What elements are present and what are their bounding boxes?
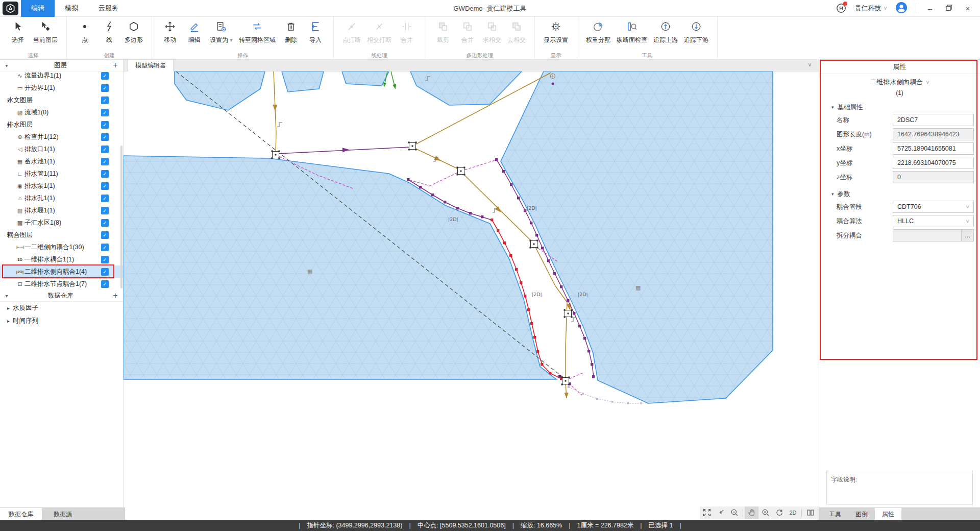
- add-layer-button[interactable]: +: [108, 61, 123, 70]
- layer-visibility-checkbox[interactable]: ✓: [101, 280, 109, 288]
- trace-downstream-button[interactable]: 追踪下游: [681, 19, 711, 44]
- x-coordinate-input[interactable]: [893, 142, 974, 155]
- select-button[interactable]: 选择: [6, 19, 30, 44]
- layer-item[interactable]: 1D一维排水耦合1(1)✓: [0, 253, 123, 266]
- layer-item[interactable]: ◉排水泵1(1)✓: [0, 180, 123, 192]
- account-menu[interactable]: 贵仁科技˅: [855, 4, 887, 13]
- delete-button[interactable]: 删除: [279, 19, 303, 44]
- y-coordinate-input[interactable]: [893, 157, 974, 169]
- split-view-icon[interactable]: [803, 506, 817, 519]
- feature-type-select[interactable]: 二维排水侧向耦合˅: [819, 76, 980, 88]
- layer-item[interactable]: ▧流域1(0)✓: [0, 106, 123, 118]
- menu-tab-cloud[interactable]: 云服务: [88, 0, 129, 17]
- chevron-down-icon[interactable]: ˅: [808, 62, 812, 69]
- layer-item[interactable]: ∟排水管1(11)✓: [0, 167, 123, 180]
- tab-data-source[interactable]: 数据源: [42, 508, 84, 520]
- layer-item[interactable]: ▭开边界1(1)✓: [0, 82, 123, 94]
- point-button[interactable]: 点: [73, 19, 96, 44]
- collapse-icon[interactable]: ▾: [0, 63, 13, 68]
- layer-visibility-checkbox[interactable]: ✓: [101, 244, 109, 251]
- expand-arrow-icon[interactable]: ▾: [0, 232, 7, 238]
- layer-item[interactable]: ▩子汇水区1(8)✓: [0, 216, 123, 229]
- pan-hand-icon[interactable]: [745, 506, 758, 519]
- section-parameters[interactable]: ▾ 参数: [819, 188, 980, 200]
- fit-extent-icon[interactable]: [700, 506, 714, 519]
- layer-group[interactable]: ▾水文图层✓: [0, 94, 123, 106]
- close-button[interactable]: ×: [963, 4, 973, 13]
- map-canvas[interactable]: |2D| |2D| |2D| |2D| ▦ ▦: [124, 71, 819, 519]
- zoom-in-icon[interactable]: [758, 506, 772, 519]
- layer-visibility-checkbox[interactable]: ✓: [101, 133, 109, 141]
- move-button[interactable]: 移动: [158, 19, 182, 44]
- layer-visibility-checkbox[interactable]: ✓: [101, 256, 109, 263]
- layer-visibility-checkbox[interactable]: ✓: [101, 84, 109, 92]
- layer-visibility-checkbox[interactable]: ✓: [101, 268, 109, 276]
- layer-item[interactable]: ▦蓄水池1(1)✓: [0, 155, 123, 167]
- tab-properties[interactable]: 属性: [875, 508, 901, 520]
- menu-tab-edit[interactable]: 编辑: [21, 0, 55, 17]
- layer-visibility-checkbox[interactable]: ✓: [101, 182, 109, 190]
- coupling-pipe-select[interactable]: CDT706˅: [893, 201, 974, 213]
- tab-legend[interactable]: 图例: [848, 508, 875, 520]
- layer-item-selected[interactable]: |2D|二维排水侧向耦合1(4)✓: [0, 266, 123, 278]
- layer-group[interactable]: ▾排水图层✓: [0, 118, 123, 131]
- to-grid-region-button[interactable]: 转至网格区域: [236, 19, 278, 44]
- expand-arrow-icon[interactable]: ▸: [7, 305, 10, 311]
- coupling-algorithm-select[interactable]: HLLC˅: [893, 215, 974, 227]
- layer-visibility-checkbox[interactable]: ✓: [101, 219, 109, 227]
- tree-item-water-quality[interactable]: ▸水质因子: [0, 302, 123, 315]
- zoom-reset-icon[interactable]: [727, 506, 741, 519]
- layer-item[interactable]: ⊡二维排水节点耦合1(7)✓: [0, 278, 123, 290]
- add-data-button[interactable]: +: [108, 291, 123, 300]
- expand-arrow-icon[interactable]: ▾: [0, 122, 7, 128]
- section-basic-properties[interactable]: ▾ 基础属性: [819, 102, 980, 113]
- layer-visibility-checkbox[interactable]: ✓: [101, 195, 109, 202]
- line-button[interactable]: 线: [97, 19, 121, 44]
- split-coupling-browse-button[interactable]: …: [962, 229, 974, 242]
- layer-visibility-checkbox[interactable]: ✓: [101, 72, 109, 80]
- polygon-button[interactable]: 多边形: [122, 19, 145, 44]
- layer-group[interactable]: ▾耦合图层✓: [0, 229, 123, 241]
- minimize-button[interactable]: –: [925, 4, 935, 13]
- notification-icon[interactable]: [836, 3, 846, 13]
- layer-visibility-checkbox[interactable]: ✓: [101, 158, 109, 165]
- tab-tools[interactable]: 工具: [822, 508, 848, 520]
- trace-upstream-button[interactable]: 追踪上游: [651, 19, 680, 44]
- layer-item[interactable]: ◁排放口1(1)✓: [0, 143, 123, 155]
- import-button[interactable]: 导入: [304, 19, 327, 44]
- tree-item-time-series[interactable]: ▸时间序列: [0, 315, 123, 327]
- display-settings-button[interactable]: 显示设置: [541, 19, 571, 44]
- layer-visibility-checkbox[interactable]: ✓: [101, 170, 109, 178]
- shrink-view-icon[interactable]: [714, 506, 727, 519]
- app-logo-icon[interactable]: [3, 2, 18, 15]
- layer-item[interactable]: ⌂排水孔1(1)✓: [0, 192, 123, 204]
- avatar[interactable]: [896, 2, 907, 15]
- set-as-button[interactable]: 设置为 ▾: [207, 19, 235, 44]
- tab-data-warehouse[interactable]: 数据仓库: [0, 508, 42, 520]
- weight-assign-button[interactable]: 权重分配: [583, 19, 613, 44]
- menu-tab-simulate[interactable]: 模拟: [55, 0, 88, 17]
- layer-visibility-checkbox[interactable]: ✓: [101, 96, 109, 104]
- merge-line-icon: [401, 21, 412, 34]
- tab-model-editor[interactable]: 模型编辑器: [128, 60, 174, 71]
- refresh-icon[interactable]: [772, 506, 786, 519]
- edit-button[interactable]: 编辑: [183, 19, 206, 44]
- layer-visibility-checkbox[interactable]: ✓: [101, 231, 109, 239]
- mode-2d-button[interactable]: 2D: [786, 506, 800, 519]
- collapse-icon[interactable]: ▾: [0, 293, 13, 299]
- current-layer-button[interactable]: 当前图层: [31, 19, 60, 44]
- profile-check-button[interactable]: 纵断面检查: [614, 19, 650, 44]
- scrollbar[interactable]: [120, 146, 122, 288]
- layer-item[interactable]: ▥排水堰1(1)✓: [0, 204, 123, 216]
- green-channel-arrows: [382, 83, 397, 90]
- layer-visibility-checkbox[interactable]: ✓: [101, 109, 109, 116]
- layer-visibility-checkbox[interactable]: ✓: [101, 146, 109, 153]
- restore-button[interactable]: [944, 4, 954, 13]
- layer-item[interactable]: ⊢⊣一二维侧向耦合1(30)✓: [0, 241, 123, 253]
- layer-visibility-checkbox[interactable]: ✓: [101, 121, 109, 129]
- expand-arrow-icon[interactable]: ▸: [7, 318, 10, 324]
- name-input[interactable]: [893, 114, 974, 126]
- layer-visibility-checkbox[interactable]: ✓: [101, 207, 109, 214]
- expand-arrow-icon[interactable]: ▾: [0, 98, 7, 103]
- layer-item[interactable]: ⊕检查井1(12)✓: [0, 131, 123, 143]
